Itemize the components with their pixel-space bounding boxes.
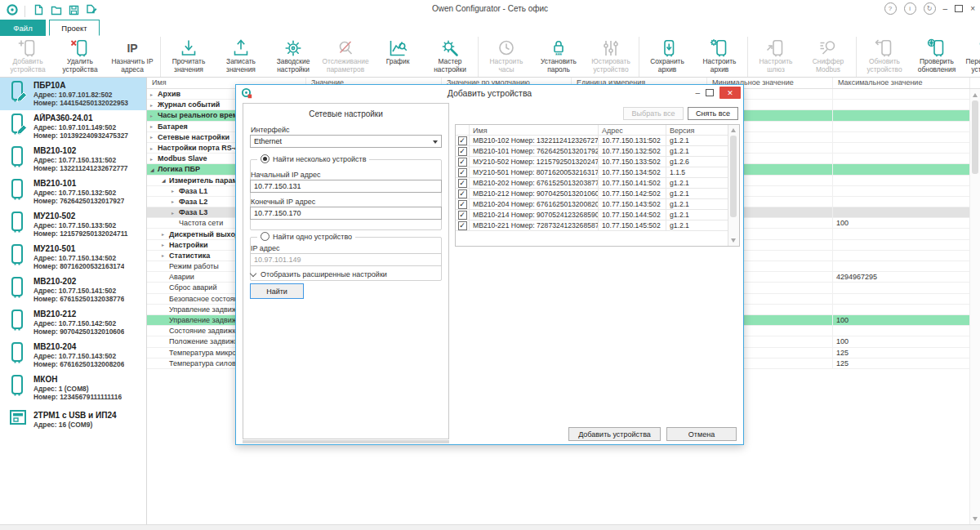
read-values-button[interactable]: Прочитать значения [163, 38, 215, 74]
add-devices-button[interactable]: Добавить устройства [2, 38, 54, 74]
tree-expander-icon[interactable]: ▸ [150, 102, 158, 108]
scroll-down-icon[interactable] [973, 517, 978, 521]
device-checkbox[interactable]: ✓ [458, 211, 467, 220]
sidebar-device-item-4[interactable]: МУ210-502Адрес: 10.77.150.133:502Номер: … [0, 208, 146, 241]
scroll-up-icon[interactable] [973, 93, 978, 97]
tree-expander-icon[interactable]: ▸ [162, 242, 169, 247]
found-device-row-4[interactable]: ✓МВ210-202 Номер: 6761525013203877610.77… [456, 178, 739, 189]
sidebar-device-item-7[interactable]: МВ210-212Адрес: 10.77.150.142:502Номер: … [0, 306, 146, 339]
left-panel-hscrollbar[interactable] [243, 440, 449, 443]
tree-expander-icon[interactable]: ▸ [150, 156, 158, 162]
sidebar-device-item-0[interactable]: ПБР10ААдрес: 10.97.101.82:502Номер: 1441… [0, 78, 146, 110]
tree-expander-icon[interactable]: ◢ [150, 167, 158, 172]
device-checkbox[interactable]: ✓ [458, 136, 467, 145]
tree-expander-icon[interactable]: ▸ [162, 252, 169, 258]
tree-expander-icon[interactable]: ▸ [172, 198, 179, 204]
tree-expander-icon[interactable]: ▸ [150, 113, 158, 118]
write-values-button[interactable]: Записать значения [215, 38, 267, 74]
tree-expander-icon[interactable]: ▸ [150, 91, 158, 97]
sidebar-device-item-5[interactable]: МУ210-501Адрес: 10.77.150.134:502Номер: … [0, 241, 146, 274]
device-checkbox[interactable]: ✓ [458, 200, 467, 209]
found-device-row-6[interactable]: ✓МВ210-204 Номер: 6761625013200820610.77… [456, 199, 739, 210]
modbus-sniffer-button[interactable]: Сниффер Modbus [802, 38, 854, 74]
restore-button[interactable] [955, 5, 963, 12]
select-all-button[interactable]: Выбрать все [623, 107, 684, 120]
set-password-button[interactable]: ***Установить пароль [532, 38, 585, 74]
dialog-close-button[interactable]: ✕ [719, 87, 741, 99]
tree-expander-icon[interactable]: ▸ [172, 210, 179, 216]
start-ip-input[interactable] [250, 180, 442, 193]
device-checkbox[interactable]: ✓ [458, 179, 467, 188]
device-checkbox[interactable]: ✓ [458, 147, 467, 156]
set-clock-button[interactable]: Настроить часы [480, 38, 532, 74]
refresh-icon[interactable]: ↻ [924, 2, 936, 15]
delete-devices-button[interactable]: Удалить устройства [54, 38, 106, 74]
find-multiple-radio[interactable] [261, 154, 270, 163]
reboot-device-button[interactable]: Перезагрузить устройство [963, 38, 980, 74]
found-device-row-0[interactable]: ✓МВ210-102 Номер: 13221124123267277710.7… [456, 136, 739, 146]
watch-params-button[interactable]: Отслеживание параметров [319, 38, 372, 74]
device-checkbox[interactable]: ✓ [458, 189, 467, 198]
tree-expander-icon[interactable]: ▸ [150, 145, 158, 151]
found-device-row-3[interactable]: ✓МУ210-501 Номер: 8071620053216317410.77… [456, 167, 739, 178]
tab-file[interactable]: Файл [0, 20, 46, 36]
tree-expander-icon[interactable]: ▸ [150, 134, 158, 140]
close-button[interactable]: × [970, 4, 975, 13]
tab-project[interactable]: Проект [49, 20, 100, 36]
tree-expander-icon[interactable]: ▸ [172, 188, 179, 194]
configure-gateway-button[interactable]: Настроить шлюз [750, 38, 802, 74]
update-device-button[interactable]: Обновить устройство [858, 38, 911, 74]
calibrate-device-button[interactable]: Юстировать устройство [585, 38, 637, 74]
scroll-thumb[interactable] [730, 136, 737, 217]
find-single-legend[interactable]: Найти одно устройство [257, 232, 355, 241]
help-icon[interactable]: ? [884, 2, 897, 15]
tree-expander-icon[interactable]: ▸ [150, 123, 158, 129]
dialog-column-header-2[interactable]: Версия [666, 125, 728, 135]
found-device-row-8[interactable]: ✓МВ210-221 Номер: 7287324123268587610.77… [456, 220, 739, 231]
dialog-column-header-1[interactable]: Адрес [599, 125, 666, 135]
sidebar-device-item-3[interactable]: МВ210-101Адрес: 10.77.150.132:502Номер: … [0, 176, 146, 208]
found-device-row-7[interactable]: ✓МВ210-214 Номер: 9070524123268590610.77… [456, 210, 739, 220]
sidebar-device-item-1[interactable]: АЙРА360-24.01Адрес: 10.97.101.149:502Ном… [0, 110, 146, 143]
scroll-down-icon[interactable] [731, 238, 736, 243]
device-checkbox[interactable]: ✓ [458, 221, 467, 230]
dialog-table-scrollbar[interactable] [728, 125, 739, 246]
chart-button[interactable]: График [372, 38, 424, 67]
end-ip-input[interactable] [250, 207, 442, 220]
tree-expander-icon[interactable]: ◢ [162, 177, 169, 183]
save-archive-button[interactable]: Сохранить архив [641, 38, 693, 74]
sidebar-device-item-6[interactable]: МВ210-202Адрес: 10.77.150.141:502Номер: … [0, 274, 146, 306]
main-vertical-scrollbar[interactable] [969, 89, 980, 525]
found-device-row-2[interactable]: ✓МУ210-502 Номер: 12157925013202471110.7… [456, 157, 739, 167]
dialog-column-header-0[interactable]: Имя [470, 125, 599, 135]
setup-wizard-button[interactable]: Мастер настройки [424, 38, 476, 74]
sidebar-device-item-10[interactable]: 2ТРМ1 с USB и ИП24Адрес: 16 (COM9) [0, 404, 146, 435]
found-device-row-5[interactable]: ✓МВ210-212 Номер: 9070425013201060610.77… [456, 189, 739, 199]
sidebar-device-item-9[interactable]: МКОНАдрес: 1 (COM8)Номер: 12345679111111… [0, 372, 146, 404]
device-checkbox[interactable]: ✓ [458, 168, 467, 177]
column-header-5[interactable]: Максимальное значение [833, 78, 970, 88]
sidebar-device-item-8[interactable]: МВ210-204Адрес: 10.77.150.143:502Номер: … [0, 339, 146, 372]
found-device-row-1[interactable]: ✓МВ210-101 Номер: 7626425013201792710.77… [456, 146, 739, 157]
add-devices-button[interactable]: Добавить устройства [568, 427, 661, 441]
scroll-up-icon[interactable] [731, 128, 736, 132]
tree-expander-icon[interactable]: ▸ [162, 231, 169, 237]
cancel-button[interactable]: Отмена [666, 427, 737, 441]
factory-settings-button[interactable]: Заводские настройки [267, 38, 319, 74]
device-checkbox[interactable]: ✓ [458, 158, 467, 167]
deselect-all-button[interactable]: Снять все [688, 107, 738, 120]
interface-select[interactable]: Ethernet [250, 135, 442, 148]
dialog-maximize-button[interactable] [706, 89, 714, 96]
scroll-thumb[interactable] [972, 100, 978, 174]
minimize-button[interactable]: – [943, 4, 948, 13]
advanced-settings-expander[interactable]: Отобразить расширенные настройки [251, 270, 387, 278]
assign-ip-button[interactable]: IPНазначить IP адреса [106, 38, 158, 74]
find-single-radio[interactable] [261, 232, 270, 241]
dialog-minimize-button[interactable]: – [695, 88, 700, 97]
find-button[interactable]: Найти [250, 283, 304, 299]
find-multiple-legend[interactable]: Найти несколько устройств [257, 154, 369, 163]
sidebar-device-item-2[interactable]: МВ210-102Адрес: 10.77.150.131:502Номер: … [0, 143, 146, 176]
info-icon[interactable]: i [904, 2, 916, 15]
check-updates-button[interactable]: Проверить обновления [911, 38, 963, 74]
configure-archive-button[interactable]: Настроить архив [693, 38, 746, 74]
